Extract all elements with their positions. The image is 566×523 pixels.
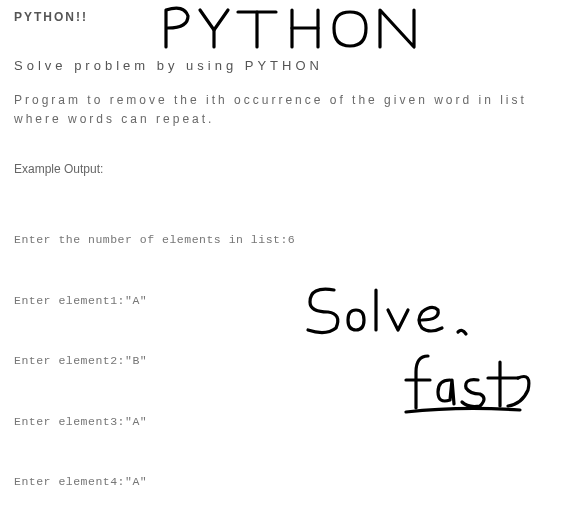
document-page: PYTHON!! Solve problem by using PYTHON P… (0, 0, 566, 523)
output-line: Enter element4:"A" (14, 472, 552, 492)
output-line: Enter element2:"B" (14, 351, 552, 371)
main-heading: Solve problem by using PYTHON (14, 58, 552, 73)
small-title: PYTHON!! (14, 10, 552, 24)
example-output-label: Example Output: (14, 162, 552, 176)
output-line: Enter element1:"A" (14, 291, 552, 311)
output-line: Enter the number of elements in list:6 (14, 230, 552, 250)
example-output-block: Enter the number of elements in list:6 E… (14, 190, 552, 523)
output-line: Enter element3:"A" (14, 412, 552, 432)
problem-description: Program to remove the ith occurrence of … (14, 91, 552, 128)
